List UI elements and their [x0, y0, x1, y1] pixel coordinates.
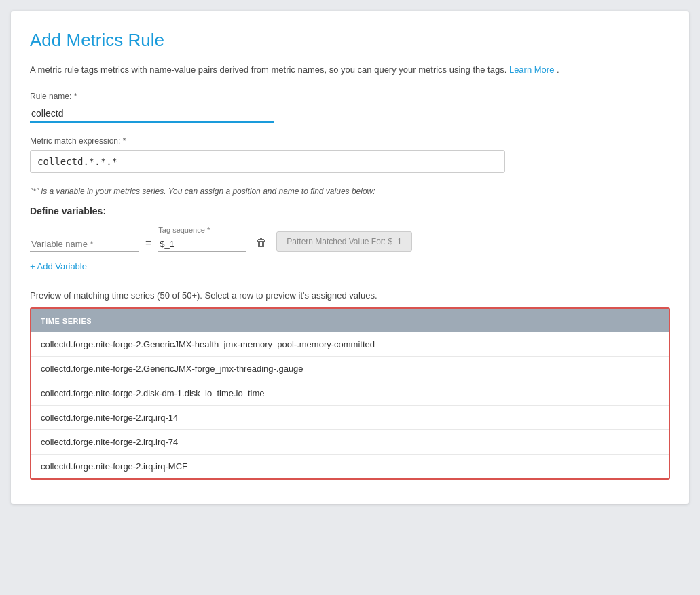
table-row[interactable]: collectd.forge.nite-forge-2.disk-dm-1.di…: [31, 381, 669, 406]
metric-match-input[interactable]: [30, 150, 505, 173]
equals-sign: =: [145, 237, 151, 252]
tag-sequence-container: Tag sequence *: [158, 226, 246, 252]
variables-row: = Tag sequence * 🗑 Pattern Matched Value…: [30, 226, 670, 252]
metric-match-label: Metric match expression: *: [30, 136, 670, 146]
tag-sequence-label: Tag sequence *: [158, 226, 246, 234]
preview-description: Preview of matching time series (50 of 5…: [30, 290, 670, 301]
table-row[interactable]: collectd.forge.nite-forge-2.GenericJMX-h…: [31, 332, 669, 357]
learn-more-link[interactable]: Learn More: [509, 64, 554, 75]
rule-name-field: Rule name: *: [30, 92, 670, 123]
rule-name-input[interactable]: [30, 105, 274, 123]
table-row[interactable]: collectd.forge.nite-forge-2.irq.irq-14: [31, 406, 669, 430]
preview-section: Preview of matching time series (50 of 5…: [30, 290, 670, 480]
hint-text: "*" is a variable in your metrics series…: [30, 187, 670, 196]
define-variables-label: Define variables:: [30, 206, 670, 216]
table-row[interactable]: collectd.forge.nite-forge-2.irq.irq-74: [31, 430, 669, 455]
pattern-matched-button[interactable]: Pattern Matched Value For: $_1: [276, 231, 411, 252]
main-card: Add Metrics Rule A metric rule tags metr…: [11, 11, 689, 504]
page-title: Add Metrics Rule: [30, 30, 670, 51]
time-series-table: TIME SERIES collectd.forge.nite-forge-2.…: [30, 307, 670, 480]
delete-variable-button[interactable]: 🗑: [253, 237, 270, 252]
description-text: A metric rule tags metrics with name-val…: [30, 63, 670, 77]
table-body: collectd.forge.nite-forge-2.GenericJMX-h…: [31, 332, 669, 478]
table-row[interactable]: collectd.forge.nite-forge-2.irq.irq-MCE: [31, 455, 669, 478]
tag-sequence-input[interactable]: [158, 237, 246, 252]
variable-name-container: [30, 237, 139, 252]
metric-match-field: Metric match expression: *: [30, 136, 670, 173]
add-variable-button[interactable]: + Add Variable: [30, 261, 87, 271]
rule-name-label: Rule name: *: [30, 92, 670, 101]
table-column-header: TIME SERIES: [41, 317, 92, 325]
table-row[interactable]: collectd.forge.nite-forge-2.GenericJMX-f…: [31, 357, 669, 381]
table-header: TIME SERIES: [31, 309, 669, 332]
variable-name-input[interactable]: [30, 237, 139, 252]
trash-icon: 🗑: [256, 237, 267, 248]
